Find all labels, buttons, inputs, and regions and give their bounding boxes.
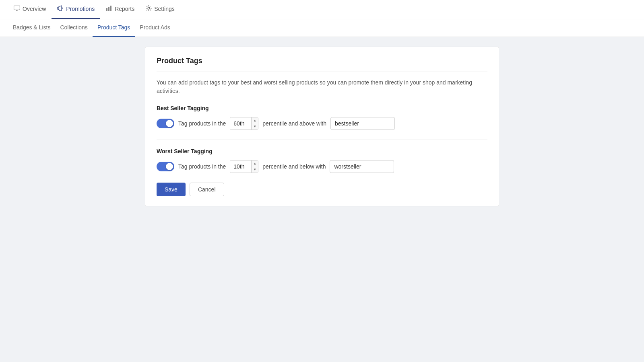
svg-point-7 — [148, 7, 150, 9]
worst-seller-toggle[interactable] — [157, 162, 174, 171]
save-button[interactable]: Save — [157, 183, 186, 196]
worst-seller-section-title: Worst Seller Tagging — [157, 148, 487, 154]
gear-icon — [146, 5, 152, 12]
best-seller-percentile-down-arrow[interactable]: ▼ — [252, 123, 258, 130]
worst-seller-row: Tag products in the 10th 20th 30th 40th … — [157, 160, 487, 173]
monitor-icon — [14, 6, 20, 12]
worst-seller-tag-products-label: Tag products in the — [178, 163, 226, 170]
sub-nav-product-tags[interactable]: Product Tags — [93, 19, 135, 37]
svg-rect-5 — [110, 6, 111, 11]
worst-seller-percentile-spinner[interactable]: 10th 20th 30th 40th 50th 60th 70th 80th … — [230, 160, 258, 173]
page-description: You can add product tags to your best an… — [157, 78, 487, 95]
nav-item-promotions-label: Promotions — [66, 6, 95, 12]
worst-seller-toggle-slider — [157, 162, 174, 171]
best-seller-toggle[interactable] — [157, 119, 174, 128]
sub-nav-product-tags-label: Product Tags — [97, 24, 130, 31]
worst-seller-tag-input[interactable] — [330, 160, 394, 173]
worst-seller-section: Worst Seller Tagging Tag products in the… — [157, 148, 487, 173]
sub-nav-product-ads-label: Product Ads — [140, 24, 170, 31]
worst-seller-percentile-down-arrow[interactable]: ▼ — [252, 167, 258, 173]
svg-rect-4 — [108, 7, 109, 11]
form-buttons: Save Cancel — [157, 183, 487, 196]
nav-item-settings-label: Settings — [154, 6, 175, 12]
best-seller-row: Tag products in the 10th 20th 30th 40th … — [157, 117, 487, 130]
best-seller-section: Best Seller Tagging Tag products in the … — [157, 105, 487, 130]
worst-seller-percentile-label: percentile and below with — [262, 163, 326, 170]
best-seller-percentile-up-arrow[interactable]: ▲ — [252, 117, 258, 123]
sub-nav-product-ads[interactable]: Product Ads — [135, 19, 175, 37]
nav-item-reports-label: Reports — [115, 6, 134, 12]
nav-item-overview-label: Overview — [23, 6, 46, 12]
sub-nav: Badges & Lists Collections Product Tags … — [0, 19, 644, 37]
worst-seller-percentile-up-arrow[interactable]: ▲ — [252, 160, 258, 167]
nav-item-reports[interactable]: Reports — [100, 0, 140, 19]
sub-nav-collections-label: Collections — [60, 24, 87, 31]
best-seller-toggle-slider — [157, 119, 174, 128]
main-content: Product Tags You can add product tags to… — [0, 37, 644, 362]
megaphone-icon — [57, 5, 64, 12]
section-divider — [157, 140, 487, 140]
best-seller-percentile-arrows: ▲ ▼ — [251, 117, 258, 130]
product-tags-card: Product Tags You can add product tags to… — [145, 47, 499, 206]
sub-nav-badges-lists[interactable]: Badges & Lists — [8, 19, 55, 37]
nav-item-promotions[interactable]: Promotions — [52, 0, 100, 19]
sub-nav-collections[interactable]: Collections — [55, 19, 92, 37]
top-nav: Overview Promotions Reports — [0, 0, 644, 19]
best-seller-percentile-spinner[interactable]: 10th 20th 30th 40th 50th 60th 70th 80th … — [230, 117, 258, 130]
bar-chart-icon — [106, 6, 112, 12]
worst-seller-percentile-arrows: ▲ ▼ — [251, 160, 258, 173]
page-title: Product Tags — [157, 57, 487, 72]
best-seller-percentile-select[interactable]: 10th 20th 30th 40th 50th 60th 70th 80th … — [230, 117, 251, 130]
best-seller-tag-products-label: Tag products in the — [178, 120, 226, 127]
nav-item-overview[interactable]: Overview — [8, 0, 52, 19]
best-seller-percentile-label: percentile and above with — [262, 120, 326, 127]
worst-seller-percentile-select[interactable]: 10th 20th 30th 40th 50th 60th 70th 80th … — [230, 160, 251, 173]
sub-nav-badges-lists-label: Badges & Lists — [13, 24, 50, 31]
nav-item-settings[interactable]: Settings — [140, 0, 180, 19]
best-seller-tag-input[interactable] — [330, 117, 395, 130]
svg-rect-0 — [14, 6, 20, 10]
svg-rect-3 — [106, 8, 107, 11]
best-seller-section-title: Best Seller Tagging — [157, 105, 487, 111]
cancel-button[interactable]: Cancel — [190, 183, 224, 196]
